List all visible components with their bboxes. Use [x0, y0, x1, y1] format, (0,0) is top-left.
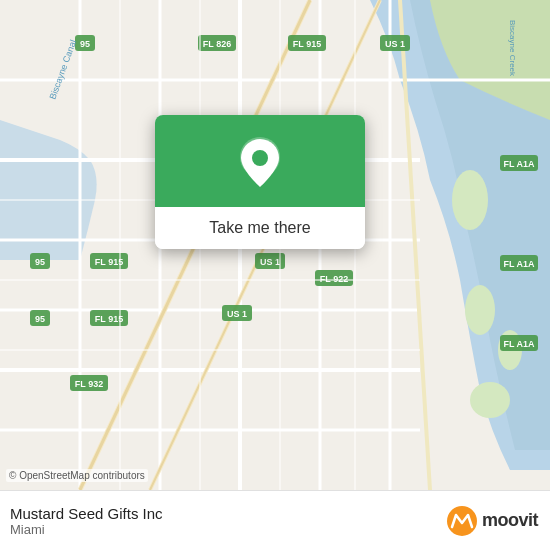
moovit-logo: moovit [446, 505, 538, 537]
svg-text:FL A1A: FL A1A [503, 259, 535, 269]
svg-text:FL 932: FL 932 [75, 379, 103, 389]
svg-text:FL A1A: FL A1A [503, 339, 535, 349]
popup-header [155, 115, 365, 207]
svg-text:FL 915: FL 915 [95, 257, 123, 267]
moovit-brand-icon [446, 505, 478, 537]
svg-text:95: 95 [35, 314, 45, 324]
svg-text:US 1: US 1 [260, 257, 280, 267]
svg-point-2 [465, 285, 495, 335]
svg-text:95: 95 [35, 257, 45, 267]
svg-text:US 1: US 1 [385, 39, 405, 49]
svg-text:FL 915: FL 915 [293, 39, 321, 49]
bottom-bar: Mustard Seed Gifts Inc Miami moovit [0, 490, 550, 550]
take-me-there-button[interactable]: Take me there [155, 207, 365, 249]
place-city: Miami [10, 522, 163, 537]
moovit-brand-text: moovit [482, 510, 538, 531]
svg-text:FL 915: FL 915 [95, 314, 123, 324]
map-attribution: © OpenStreetMap contributors [6, 469, 148, 482]
svg-text:Biscayne Creek: Biscayne Creek [508, 20, 517, 77]
svg-point-1 [452, 170, 488, 230]
svg-text:95: 95 [80, 39, 90, 49]
location-popup: Take me there [155, 115, 365, 249]
svg-text:FL A1A: FL A1A [503, 159, 535, 169]
map[interactable]: FL 915 95 95 FL 915 FL 826 95 FL 915 US … [0, 0, 550, 490]
svg-text:US 1: US 1 [227, 309, 247, 319]
place-info: Mustard Seed Gifts Inc Miami [10, 505, 163, 537]
location-pin-icon [238, 137, 282, 189]
place-name: Mustard Seed Gifts Inc [10, 505, 163, 522]
svg-point-61 [252, 150, 268, 166]
svg-text:FL 826: FL 826 [203, 39, 231, 49]
svg-point-3 [470, 382, 510, 418]
svg-text:FL 922: FL 922 [320, 274, 348, 284]
